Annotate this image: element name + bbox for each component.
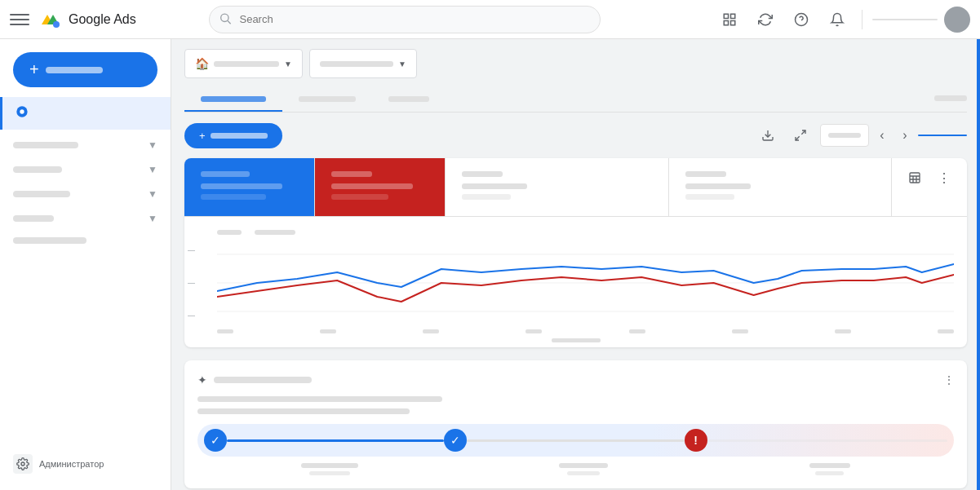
download-button[interactable] (755, 122, 781, 148)
metric-bar-r2 (331, 183, 413, 189)
right-accent-bar (977, 39, 980, 490)
settings-icon (13, 454, 33, 474)
filter-button-label (211, 133, 268, 139)
step-3-circle: ! (685, 429, 707, 452)
tab-campaigns[interactable] (282, 88, 372, 112)
home-dropdown[interactable]: 🏠 ▼ (184, 49, 303, 78)
admin-area[interactable]: Администратор (0, 444, 171, 483)
step-1-circle: ✓ (204, 429, 227, 452)
tab-overview[interactable] (184, 88, 282, 112)
bottom-panel-header: ✦ ⋮ (197, 373, 954, 386)
segment-dropdown-label (320, 61, 393, 67)
search-icon (219, 11, 232, 27)
panel-text-2 (197, 408, 410, 414)
add-icon: + (199, 130, 206, 142)
metric-bar-3 (201, 194, 266, 200)
expand-button[interactable] (787, 122, 814, 148)
sidebar-item-2[interactable]: ▼ (0, 157, 171, 182)
progress-step-2: ✓ (444, 429, 684, 452)
sidebar-item-1[interactable]: ▼ (0, 133, 171, 157)
step-labels-row (197, 463, 954, 475)
top-bar-divider (862, 10, 862, 29)
line-chart-svg (217, 238, 954, 328)
filter-row: + (184, 122, 967, 148)
tabs-row (184, 88, 967, 113)
svg-line-2 (228, 20, 231, 24)
metric-bar-r3 (331, 194, 388, 200)
metric-block-white-1[interactable] (446, 158, 669, 216)
overview-icon (16, 105, 29, 121)
svg-rect-4 (730, 14, 734, 18)
top-bar: Google Ads (0, 0, 980, 39)
sidebar-item-4[interactable]: ▼ (0, 206, 171, 231)
progress-track: ✓ ✓ ! (197, 424, 954, 457)
metric-block-red[interactable] (315, 158, 446, 216)
avatar[interactable] (944, 7, 970, 33)
sidebar-item-3[interactable]: ▼ (0, 182, 171, 206)
next-page-button[interactable]: › (895, 126, 915, 145)
grid-view-button[interactable] (715, 5, 744, 34)
metric-bar-r1 (331, 171, 372, 177)
step-1-line (227, 439, 444, 442)
sidebar-item-2-label (13, 166, 62, 173)
filter-right-actions: ‹ › (755, 122, 967, 148)
x-label (197, 338, 954, 342)
metric-bar-x2 (685, 183, 751, 189)
progress-step-3: ! (685, 429, 707, 452)
metric-bar-x3 (685, 194, 734, 200)
x-axis (217, 329, 954, 333)
segment-dropdown[interactable]: ▼ (309, 49, 417, 78)
google-ads-logo-icon (39, 8, 62, 31)
date-range-display (872, 19, 938, 20)
sidebar-item-4-label (13, 215, 54, 222)
create-label (46, 67, 103, 73)
step-label-2 (559, 463, 608, 475)
panel-more-button[interactable]: ⋮ (944, 374, 954, 386)
logo-area: Google Ads (39, 8, 136, 31)
svg-line-13 (801, 130, 805, 135)
main-content: 🏠 ▼ ▼ (171, 39, 980, 490)
metric-block-blue[interactable] (184, 158, 315, 216)
progress-step-1: ✓ (204, 429, 444, 452)
y-axis: — — — (188, 246, 195, 320)
help-button[interactable] (787, 5, 816, 34)
sidebar-item-5-label (13, 237, 86, 244)
bottom-panel: ✦ ⋮ ✓ ✓ (184, 360, 967, 488)
svg-line-14 (796, 136, 800, 140)
panel-content: ✓ ✓ ! (197, 396, 954, 475)
chart-more-button[interactable]: ⋮ (931, 165, 957, 191)
app-name: Google Ads (69, 12, 136, 27)
hamburger-menu[interactable] (10, 10, 29, 29)
chevron-icon-2: ▼ (148, 164, 157, 175)
chart-action-icons: ⋮ (892, 158, 967, 197)
chevron-icon: ▼ (148, 139, 157, 151)
step-3-trail (707, 439, 947, 442)
tab-spacer (934, 95, 967, 104)
notifications-button[interactable] (823, 5, 852, 34)
svg-point-10 (20, 109, 24, 113)
metric-block-white-2[interactable] (669, 158, 893, 216)
search-bar[interactable] (209, 6, 601, 33)
sidebar-section-main: ▼ ▼ ▼ ▼ (0, 130, 171, 254)
metric-bar-w2 (462, 183, 527, 189)
active-tab-indicator (918, 135, 967, 136)
chevron-icon-3: ▼ (148, 188, 157, 200)
step-label-3 (809, 463, 850, 475)
sidebar: + ▼ (0, 39, 171, 490)
plus-icon: + (29, 60, 39, 79)
panel-title (214, 377, 312, 383)
performance-chart-card: ⋮ — — — (184, 158, 967, 347)
home-dropdown-label (214, 61, 279, 67)
sidebar-item-5[interactable] (0, 231, 171, 250)
create-button[interactable]: + (13, 52, 157, 87)
chart-table-icon[interactable] (902, 165, 928, 191)
pagination: ‹ › (820, 124, 967, 147)
prev-page-button[interactable]: ‹ (872, 126, 892, 145)
sidebar-item-overview[interactable] (0, 97, 171, 130)
home-dropdown-arrow: ▼ (284, 60, 292, 68)
tab-other[interactable] (372, 88, 446, 112)
metric-bar-w1 (462, 171, 503, 177)
refresh-button[interactable] (751, 5, 780, 34)
search-input[interactable] (209, 6, 601, 33)
add-filter-button[interactable]: + (184, 123, 282, 148)
